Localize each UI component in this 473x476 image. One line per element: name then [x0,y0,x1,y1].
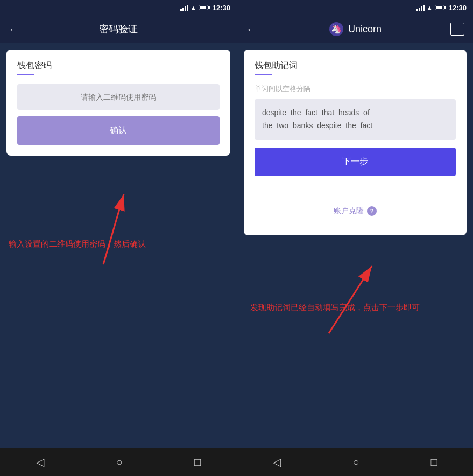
right-wifi-icon: ▲ [427,4,433,11]
right-annotation-area: 发现助记词已经自动填写完成，点击下一步即可 [237,242,473,360]
left-home-nav-icon[interactable]: ○ [116,456,122,468]
right-time: 12:30 [449,4,467,12]
expand-icon[interactable]: ⛶ [450,23,464,36]
left-annotation-area: 输入设置的二维码使用密码，然后确认 [0,162,237,313]
svg-line-1 [103,194,124,264]
left-back-nav-icon[interactable]: ◁ [36,456,44,468]
svg-text:🦄: 🦄 [331,24,342,34]
left-section-title: 钱包密码 [17,60,220,72]
right-nav-title: Unicorn [348,24,382,35]
right-bottom-nav: ◁ ○ □ [237,448,473,476]
right-nav-bar: ← 🦄 Unicorn ⛶ [237,15,473,43]
right-signal-icon [416,4,425,11]
left-bottom-nav: ◁ ○ □ [0,448,237,476]
right-menu-nav-icon[interactable]: □ [430,456,437,468]
signal-icon [180,4,188,11]
battery-icon [199,5,208,10]
left-title-underline [17,74,34,75]
right-title-underline [255,74,272,75]
right-battery-icon [435,5,444,10]
next-button[interactable]: 下一步 [255,148,456,176]
mnemonic-text: despite the fact that heads of the two b… [255,99,456,140]
right-arrow [253,242,447,339]
left-back-button[interactable]: ← [9,23,19,36]
mnemonic-subtitle: 单词间以空格分隔 [255,84,456,94]
right-back-button[interactable]: ← [246,23,257,36]
wifi-icon: ▲ [190,4,196,11]
left-time: 12:30 [213,4,230,12]
right-back-nav-icon[interactable]: ◁ [273,456,281,468]
left-status-bar: ▲ 12:30 [0,0,237,15]
account-clone-label: 账户克隆 [334,206,364,216]
right-status-icons: ▲ [416,4,444,11]
confirm-button[interactable]: 确认 [17,116,220,145]
left-nav-bar: ← 密码验证 [0,15,237,43]
account-clone-section: 账户克隆 ? [255,198,456,225]
right-section-title: 钱包助记词 [255,60,456,72]
left-content-card: 钱包密码 确认 [6,50,230,156]
right-content-card: 钱包助记词 单词间以空格分隔 despite the fact that hea… [244,50,467,235]
right-nav-logo: 🦄 Unicorn [329,22,382,37]
svg-line-5 [329,266,372,333]
right-status-bar: ▲ 12:30 [237,0,473,15]
unicorn-logo-icon: 🦄 [329,22,344,37]
password-input[interactable] [17,84,220,110]
left-menu-nav-icon[interactable]: □ [194,456,201,468]
left-status-icons: ▲ [180,4,208,11]
account-clone-info-icon[interactable]: ? [367,206,377,216]
left-nav-title: 密码验证 [99,23,138,36]
left-arrow [0,162,237,270]
right-home-nav-icon[interactable]: ○ [352,456,359,468]
